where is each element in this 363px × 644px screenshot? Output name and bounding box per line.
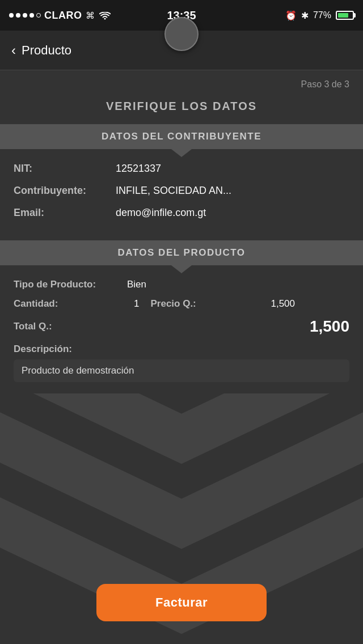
facturar-button[interactable]: Facturar bbox=[96, 584, 267, 621]
precio-label: Precio Q.: bbox=[150, 298, 264, 310]
cantidad-group: Cantidad: 1 bbox=[14, 298, 139, 310]
tipo-value: Bien bbox=[127, 279, 146, 290]
nit-label: NIT: bbox=[14, 163, 116, 175]
button-area: Facturar bbox=[96, 584, 267, 621]
contribuyente-row: Contribuyente: INFILE, SOCIEDAD AN... bbox=[14, 185, 349, 197]
contribuyente-header-text: DATOS DEL CONTRIBUYENTE bbox=[102, 131, 261, 142]
contribuyente-header: DATOS DEL CONTRIBUYENTE bbox=[0, 124, 363, 149]
tipo-label: Tipo de Producto: bbox=[14, 279, 127, 290]
descripcion-block: Descripción: Producto de demostración bbox=[14, 344, 349, 382]
back-chevron-icon: ‹ bbox=[11, 43, 16, 58]
producto-header-text: DATOS DEL PRODUCTO bbox=[117, 247, 245, 258]
battery-icon bbox=[336, 11, 354, 20]
email-label: Email: bbox=[14, 207, 116, 219]
back-button[interactable]: ‹ Producto bbox=[11, 43, 71, 58]
precio-value: 1,500 bbox=[271, 298, 295, 310]
total-value: 1,500 bbox=[310, 317, 349, 336]
contribuyente-label: Contribuyente: bbox=[14, 185, 116, 197]
status-left: CLARO ⌘ bbox=[9, 10, 111, 22]
total-row: Total Q.: 1,500 bbox=[14, 317, 349, 336]
main-content: Paso 3 de 3 VERIFIQUE LOS DATOS DATOS DE… bbox=[0, 70, 363, 644]
producto-header: DATOS DEL PRODUCTO bbox=[0, 240, 363, 265]
battery-percent: 77% bbox=[313, 10, 331, 20]
tipo-row: Tipo de Producto: Bien bbox=[14, 279, 349, 290]
cantidad-value: 1 bbox=[134, 298, 139, 310]
total-label: Total Q.: bbox=[14, 321, 310, 332]
cantidad-label: Cantidad: bbox=[14, 298, 127, 310]
content: Paso 3 de 3 VERIFIQUE LOS DATOS DATOS DE… bbox=[0, 70, 363, 405]
nav-title: Producto bbox=[22, 43, 71, 58]
bluetooth-icon: ✱ bbox=[301, 10, 309, 21]
producto-section: Tipo de Producto: Bien Cantidad: 1 Preci… bbox=[0, 265, 363, 393]
nit-row: NIT: 12521337 bbox=[14, 163, 349, 175]
carrier-name: CLARO bbox=[44, 10, 82, 22]
main-title: VERIFIQUE LOS DATOS bbox=[0, 94, 363, 124]
contribuyente-section: NIT: 12521337 Contribuyente: INFILE, SOC… bbox=[0, 149, 363, 240]
status-right: ⏰ ✱ 77% bbox=[285, 10, 354, 21]
email-value: demo@infile.com.gt bbox=[116, 207, 349, 219]
cantidad-precio-row: Cantidad: 1 Precio Q.: 1,500 bbox=[14, 298, 349, 310]
contribuyente-value: INFILE, SOCIEDAD AN... bbox=[116, 185, 349, 197]
descripcion-value: Producto de demostración bbox=[14, 359, 349, 382]
home-button[interactable] bbox=[164, 17, 199, 51]
wifi-icon: ⌘ bbox=[86, 10, 111, 21]
signal-icon bbox=[9, 13, 41, 18]
precio-group: Precio Q.: 1,500 bbox=[150, 298, 295, 310]
step-indicator: Paso 3 de 3 bbox=[0, 70, 363, 94]
nit-value: 12521337 bbox=[116, 163, 349, 175]
alarm-icon: ⏰ bbox=[285, 10, 297, 21]
descripcion-label: Descripción: bbox=[14, 344, 349, 355]
email-row: Email: demo@infile.com.gt bbox=[14, 207, 349, 219]
